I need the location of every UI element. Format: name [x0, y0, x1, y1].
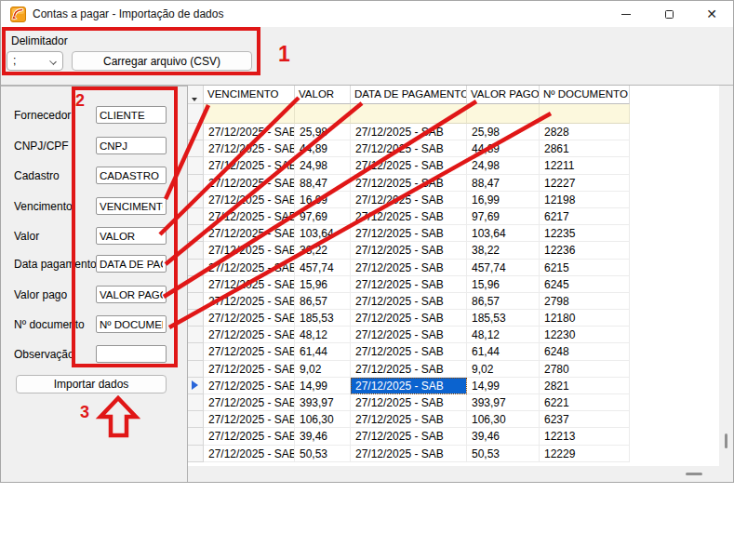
maximize-button[interactable]: [654, 1, 684, 27]
cell[interactable]: 27/12/2025 - SAB: [351, 208, 467, 225]
cell[interactable]: 27/12/2025 - SAB: [204, 327, 295, 343]
cell[interactable]: 6215: [540, 260, 630, 276]
cell[interactable]: 50,53: [295, 446, 351, 462]
cell[interactable]: 27/12/2025 - SAB: [351, 361, 467, 378]
cell[interactable]: 12236: [540, 242, 630, 259]
cell[interactable]: 27/12/2025 - SAB: [351, 225, 467, 242]
cell[interactable]: 27/12/2025 - SAB: [204, 175, 295, 192]
column-header-valor[interactable]: VALOR: [295, 86, 351, 104]
cell[interactable]: 2798: [540, 293, 630, 310]
cell[interactable]: 27/12/2025 - SAB: [204, 276, 295, 293]
cell[interactable]: 27/12/2025 - SAB: [204, 411, 295, 428]
cell[interactable]: 24,98: [467, 157, 540, 174]
cell[interactable]: 27/12/2025 - SAB: [204, 208, 295, 225]
cell[interactable]: 16,99: [295, 192, 351, 208]
horizontal-scrollbar[interactable]: [188, 466, 734, 483]
cell[interactable]: 12213: [540, 428, 630, 445]
cell[interactable]: 27/12/2025 - SAB: [204, 157, 295, 174]
cell[interactable]: 27/12/2025 - SAB: [351, 446, 467, 462]
cell[interactable]: 185,53: [467, 310, 540, 327]
cell[interactable]: 6248: [540, 343, 630, 360]
cell[interactable]: 25,98: [295, 124, 351, 140]
minimize-button[interactable]: [611, 1, 641, 27]
table-row[interactable]: 27/12/2025 - SAB25,9827/12/2025 - SAB25,…: [188, 124, 734, 140]
cell[interactable]: 27/12/2025 - SAB: [204, 225, 295, 242]
cell[interactable]: 2828: [540, 124, 630, 140]
cell[interactable]: 25,98: [467, 124, 540, 140]
cell[interactable]: 6237: [540, 411, 630, 428]
cell[interactable]: 12198: [540, 192, 630, 208]
cell[interactable]: 27/12/2025 - SAB: [351, 242, 467, 259]
cell[interactable]: 48,12: [295, 327, 351, 343]
cadastro-input[interactable]: [96, 167, 167, 184]
cell[interactable]: 103,64: [467, 225, 540, 242]
cell[interactable]: 27/12/2025 - SAB: [204, 260, 295, 276]
cell[interactable]: 97,69: [467, 208, 540, 225]
table-row[interactable]: 27/12/2025 - SAB44,8927/12/2025 - SAB44,…: [188, 140, 734, 157]
filter-cell[interactable]: [204, 104, 295, 124]
cell[interactable]: 12227: [540, 175, 630, 192]
cell[interactable]: 86,57: [295, 293, 351, 310]
cell[interactable]: 12229: [540, 446, 630, 462]
valor-pago-input[interactable]: [96, 286, 167, 303]
cell[interactable]: 27/12/2025 - SAB: [351, 411, 467, 428]
load-csv-button[interactable]: Carregar arquivo (CSV): [72, 51, 252, 71]
table-row[interactable]: 27/12/2025 - SAB50,5327/12/2025 - SAB50,…: [188, 446, 734, 462]
vertical-scrollbar[interactable]: [719, 86, 734, 466]
cell[interactable]: 27/12/2025 - SAB: [351, 394, 467, 411]
cell[interactable]: 88,47: [295, 175, 351, 192]
cell[interactable]: 27/12/2025 - SAB: [204, 394, 295, 411]
data-pagamento-input[interactable]: [96, 255, 167, 273]
cell[interactable]: 39,46: [467, 428, 540, 445]
cell[interactable]: 12180: [540, 310, 630, 327]
cell[interactable]: 86,57: [467, 293, 540, 310]
cell[interactable]: 393,97: [295, 394, 351, 411]
cell[interactable]: 2780: [540, 361, 630, 378]
cell[interactable]: 27/12/2025 - SAB: [204, 378, 295, 394]
cell[interactable]: 27/12/2025 - SAB: [204, 140, 295, 157]
table-row[interactable]: 27/12/2025 - SAB457,7427/12/2025 - SAB45…: [188, 260, 734, 276]
cell[interactable]: 27/12/2025 - SAB: [204, 124, 295, 140]
table-row[interactable]: 27/12/2025 - SAB48,1227/12/2025 - SAB48,…: [188, 327, 734, 343]
table-row[interactable]: 27/12/2025 - SAB106,3027/12/2025 - SAB10…: [188, 411, 734, 428]
cell[interactable]: 16,99: [467, 192, 540, 208]
cell[interactable]: 44,89: [295, 140, 351, 157]
cell[interactable]: 88,47: [467, 175, 540, 192]
table-row[interactable]: 27/12/2025 - SAB14,9927/12/2025 - SAB14,…: [188, 378, 734, 394]
table-row[interactable]: 27/12/2025 - SAB103,6427/12/2025 - SAB10…: [188, 225, 734, 242]
close-button[interactable]: ✕: [697, 1, 727, 27]
cell[interactable]: 27/12/2025 - SAB: [204, 428, 295, 445]
table-row[interactable]: 27/12/2025 - SAB24,9827/12/2025 - SAB24,…: [188, 157, 734, 174]
cell[interactable]: 9,02: [467, 361, 540, 378]
cell[interactable]: 2861: [540, 140, 630, 157]
cell[interactable]: 27/12/2025 - SAB: [204, 192, 295, 208]
column-header-num-documento[interactable]: Nº DOCUMENTO: [540, 86, 630, 104]
table-row[interactable]: 27/12/2025 - SAB16,9927/12/2025 - SAB16,…: [188, 192, 734, 208]
cell[interactable]: 48,12: [467, 327, 540, 343]
cell[interactable]: 12211: [540, 157, 630, 174]
filter-cell[interactable]: [540, 104, 630, 124]
cell[interactable]: 6217: [540, 208, 630, 225]
table-row[interactable]: 27/12/2025 - SAB38,2227/12/2025 - SAB38,…: [188, 242, 734, 259]
cell[interactable]: 27/12/2025 - SAB: [351, 260, 467, 276]
cell[interactable]: 2821: [540, 378, 630, 394]
cell[interactable]: 27/12/2025 - SAB: [204, 361, 295, 378]
cell[interactable]: 27/12/2025 - SAB: [351, 124, 467, 140]
cell[interactable]: 106,30: [295, 411, 351, 428]
table-row[interactable]: 27/12/2025 - SAB393,9727/12/2025 - SAB39…: [188, 394, 734, 411]
cell[interactable]: 50,53: [467, 446, 540, 462]
fornecedor-input[interactable]: [96, 106, 167, 124]
vencimento-input[interactable]: [96, 197, 167, 215]
cell[interactable]: 27/12/2025 - SAB: [351, 428, 467, 445]
table-row[interactable]: 27/12/2025 - SAB97,6927/12/2025 - SAB97,…: [188, 208, 734, 225]
cell[interactable]: 6221: [540, 394, 630, 411]
cell[interactable]: 44,89: [467, 140, 540, 157]
cell[interactable]: 14,99: [295, 378, 351, 394]
table-row[interactable]: 27/12/2025 - SAB39,4627/12/2025 - SAB39,…: [188, 428, 734, 445]
delimiter-select[interactable]: ;: [7, 51, 63, 71]
filter-cell[interactable]: [295, 104, 351, 124]
table-row[interactable]: 27/12/2025 - SAB88,4727/12/2025 - SAB88,…: [188, 175, 734, 192]
num-documento-input[interactable]: [96, 315, 167, 333]
cell[interactable]: 6245: [540, 276, 630, 293]
cell[interactable]: 12230: [540, 327, 630, 343]
